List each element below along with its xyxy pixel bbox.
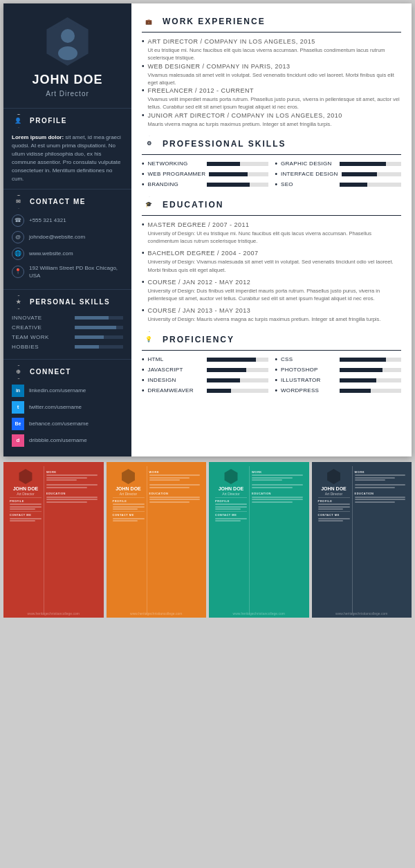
skill-bar-js <box>207 368 268 372</box>
dribbble-icon: d <box>12 434 24 447</box>
work-item-2: WEB DESIGNER / COMPANY IN PARIS, 2013 Vi… <box>142 63 401 87</box>
connect-section-title: ⊕ CONNECT <box>12 365 123 379</box>
watermark-teal: www.heritagechristiancollege.com <box>209 611 309 616</box>
sidebar: JOHN DOE Art Director 👤 PROFILE Lorem ip… <box>3 3 131 456</box>
work-experience-title: 💼 WORK EXPERIENCE <box>142 14 401 33</box>
work-experience-section: 💼 WORK EXPERIENCE ART DIRECTOR / COMPANY… <box>142 14 401 128</box>
contact-phone: ☎ +555 321 4321 <box>12 214 123 227</box>
prof-css: CSS <box>275 356 402 363</box>
prof-photoshop: PHOTOSHOP <box>275 367 402 373</box>
contact-email: @ johndoe@website.com <box>12 231 123 243</box>
personal-skill-hobbies: HOBBIES <box>12 344 123 350</box>
phone-icon: ☎ <box>12 214 24 227</box>
skill-bar-seo <box>340 183 401 187</box>
candidate-name: JOHN DOE <box>14 73 121 88</box>
work-item-3: FREELANCER / 2012 - CURRENT Vivamus veli… <box>142 87 401 111</box>
proficiency-grid: HTML CSS JAVASCRIPT PHOTOSHOP INDESIGN <box>142 356 401 395</box>
prof-skills-icon: ⚙ <box>142 136 157 151</box>
prof-skill-webprog: WEB PROGRAMMER <box>142 171 268 178</box>
avatar <box>44 17 92 66</box>
skill-bar-networking <box>207 162 268 166</box>
edu-item-2: BACHELOR DEGREE / 2004 - 2007 University… <box>142 250 401 274</box>
watermark-navy: www.heritagechristiancollege.com <box>312 611 412 616</box>
skill-bar-html <box>207 358 268 362</box>
skill-bar-illustrator <box>340 378 401 382</box>
connect-dribbble: d dribbble.com/username <box>12 434 123 447</box>
watermark-orange: www.heritagechristiancollege.com <box>107 611 207 616</box>
education-section: 🎓 EDUCATION MASTER DEGREE / 2007 - 2011 … <box>142 197 401 324</box>
prof-dreamweaver: DREAMWEAVER <box>142 387 268 394</box>
prof-wordpress: WORDPRESS <box>275 387 402 394</box>
skill-bar-wordpress <box>340 389 401 393</box>
main-content: 💼 WORK EXPERIENCE ART DIRECTOR / COMPANY… <box>131 3 412 456</box>
contact-address: 📍 192 William Street PD Box Chicago, USA <box>12 264 123 279</box>
personal-skill-creative: CREATIVE <box>12 324 123 331</box>
personal-skills-title: ★ PERSONAL SKILLS <box>12 295 123 309</box>
resume-card: JOHN DOE Art Director 👤 PROFILE Lorem ip… <box>3 3 412 456</box>
skill-bar-graphic <box>340 162 401 166</box>
work-item-4: JUNIOR ART DIRECTOR / COMPANY IN LOS ANG… <box>142 112 401 128</box>
edu-item-3: COURSE / JAN 2012 - MAY 2012 University … <box>142 279 401 303</box>
connect-section: ⊕ CONNECT in linkedin.com/username t twi… <box>3 359 131 456</box>
skills-grid: NETWORKING GRAPHIC DESIGN WEB PROGRAMMER… <box>142 160 401 189</box>
skill-bar-dreamweaver <box>207 389 268 393</box>
contact-section: ✉ CONTACT ME ☎ +555 321 4321 @ johndoe@w… <box>3 189 131 289</box>
thumbnails-section: JOHN DOE Art Director PROFILE CONTACT ME… <box>3 462 412 618</box>
personal-skill-innovate: INNOVATE <box>12 315 123 321</box>
thumbnail-orange: JOHN DOE Art Director PROFILE CONTACT ME… <box>107 462 207 618</box>
connect-twitter: t twitter.com/username <box>12 401 123 414</box>
prof-skill-networking: NETWORKING <box>142 160 268 167</box>
profile-section: 👤 PROFILE Lorem ipsum dolor: sit amet, i… <box>3 108 131 189</box>
prof-html: HTML <box>142 356 268 363</box>
profile-section-title: 👤 PROFILE <box>12 114 123 128</box>
skill-bar-teamwork <box>75 335 123 339</box>
proficiency-title: 💡 PROFICIENCY <box>142 332 401 351</box>
thumbnail-navy: JOHN DOE Art Director PROFILE CONTACT ME… <box>312 462 412 618</box>
work-item-1: ART DIRECTOR / COMPANY IN LOS ANGELES, 2… <box>142 38 401 62</box>
skill-bar-interface <box>342 172 401 176</box>
work-title-4: JUNIOR ART DIRECTOR / COMPANY IN LOS ANG… <box>148 112 342 119</box>
proficiency-section: 💡 PROFICIENCY HTML CSS JAVASCRIPT PHOTOS… <box>142 332 401 395</box>
skill-bar-css <box>340 358 401 362</box>
skill-bar-photoshop <box>340 368 401 372</box>
prof-skill-seo: SEO <box>275 181 402 188</box>
connect-behance: Be behance.com/username <box>12 418 123 430</box>
behance-icon: Be <box>12 418 24 430</box>
skill-bar-webprog <box>209 172 268 176</box>
skill-bar-creative <box>75 326 123 329</box>
skills-icon: ★ <box>12 295 26 309</box>
prof-skill-interface: INTERFACE DESIGN <box>275 171 402 178</box>
skill-bar-branding <box>207 183 268 187</box>
contact-web: 🌐 www.website.com <box>12 248 123 260</box>
prof-skills-title: ⚙ PROFESSIONAL SKILLS <box>142 136 401 155</box>
profile-icon: 👤 <box>12 114 26 128</box>
prof-js: JAVASCRIPT <box>142 367 268 373</box>
personal-skills-section: ★ PERSONAL SKILLS INNOVATE CREATIVE TEAM… <box>3 289 131 359</box>
education-icon: 🎓 <box>142 197 157 212</box>
web-icon: 🌐 <box>12 248 24 260</box>
work-icon: 💼 <box>142 14 157 29</box>
connect-linkedin: in linkedin.com/username <box>12 385 123 397</box>
thumbnail-teal: JOHN DOE Art Director PROFILE CONTACT ME… <box>209 462 309 618</box>
prof-indesign: INDESIGN <box>142 377 268 384</box>
personal-skill-teamwork: TEAM WORK <box>12 334 123 340</box>
prof-skill-branding: BRANDING <box>142 181 268 188</box>
location-icon: 📍 <box>12 266 24 278</box>
sidebar-header: JOHN DOE Art Director <box>3 3 131 108</box>
svg-point-2 <box>58 46 77 60</box>
skill-bar-indesign <box>207 378 268 382</box>
skill-bar-innovate <box>75 316 123 320</box>
skill-bar-hobbies <box>75 345 123 349</box>
thumbnail-red: JOHN DOE Art Director PROFILE CONTACT ME… <box>3 462 104 618</box>
svg-point-1 <box>61 29 75 43</box>
linkedin-icon: in <box>12 385 24 397</box>
education-title: 🎓 EDUCATION <box>142 197 401 216</box>
professional-skills-section: ⚙ PROFESSIONAL SKILLS NETWORKING GRAPHIC… <box>142 136 401 189</box>
prof-illustrator: ILLUSTRATOR <box>275 377 402 384</box>
contact-section-title: ✉ CONTACT ME <box>12 195 123 209</box>
profile-text: Lorem ipsum dolor: sit amet, id mea grae… <box>12 133 123 183</box>
work-title-1: ART DIRECTOR / COMPANY IN LOS ANGELES, 2… <box>148 38 401 45</box>
edu-item-4: COURSE / JAN 2013 - MAY 2013 University … <box>142 307 401 323</box>
work-title-2: WEB DESIGNER / COMPANY IN PARIS, 2013 <box>148 63 401 70</box>
twitter-icon: t <box>12 401 24 414</box>
